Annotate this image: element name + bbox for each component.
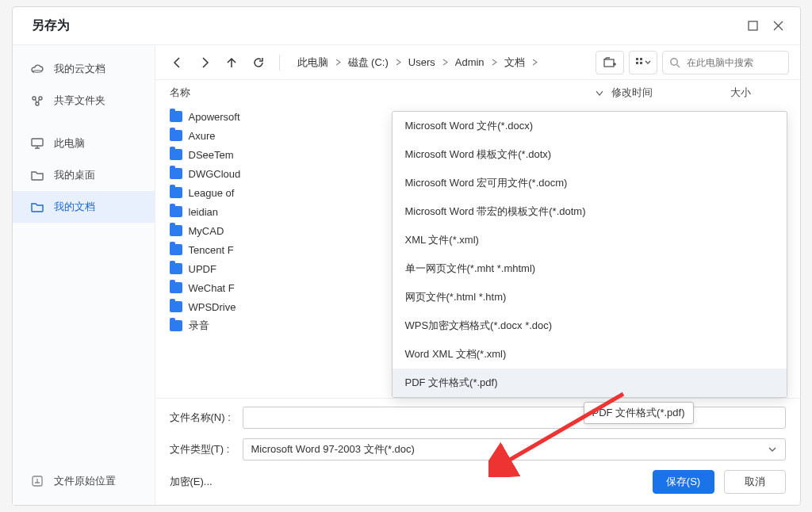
folder-icon [170,111,182,122]
breadcrumb-item[interactable]: Users [407,53,437,71]
svg-point-3 [39,97,42,100]
folder-icon [170,168,182,179]
svg-rect-5 [32,139,43,146]
cloud-icon [30,62,44,76]
sort-indicator-icon [596,89,611,97]
dialog-title: 另存为 [32,17,70,34]
svg-rect-7 [636,58,638,60]
svg-point-2 [33,97,36,100]
svg-rect-9 [640,58,642,60]
divider [279,55,280,71]
chevron-right-icon [489,59,500,66]
cancel-button[interactable]: 取消 [724,470,786,494]
filename-input[interactable] [243,407,786,429]
filetype-option[interactable]: Word XML 文档(*.xml) [393,340,787,369]
breadcrumb-item[interactable]: Admin [454,53,486,71]
search-box[interactable] [662,51,789,75]
folder-icon [170,149,182,160]
folder-icon [170,282,182,293]
chevron-right-icon [333,59,343,66]
chevron-right-icon [530,59,540,66]
back-button[interactable] [167,52,189,74]
svg-point-11 [670,58,676,64]
svg-rect-6 [604,59,614,67]
sidebar-item-3[interactable]: 我的桌面 [13,159,155,191]
folder-icon [170,206,182,217]
breadcrumb-item[interactable]: 文档 [503,52,527,73]
sidebar: 我的云文档共享文件夹此电脑我的桌面我的文档 [13,45,155,505]
encrypt-button[interactable]: 加密(E)... [170,475,213,489]
filetype-option[interactable]: Microsoft Word 模板文件(*.dotx) [393,140,787,169]
sidebar-item-label: 我的文档 [54,200,95,214]
new-folder-button[interactable] [596,51,624,75]
filename-label: 文件名称(N) : [170,411,233,425]
location-icon [30,474,44,488]
filetype-option[interactable]: Microsoft Word 文件(*.docx) [393,112,787,140]
window-buttons [746,19,786,33]
close-button[interactable] [772,19,786,33]
dialog-body: 我的云文档共享文件夹此电脑我的桌面我的文档 此电脑磁盘 (C:)UsersAdm… [13,45,800,505]
sidebar-item-label: 我的云文档 [54,62,105,76]
sidebar-footer-label: 文件原始位置 [54,474,116,488]
save-button[interactable]: 保存(S) [653,470,714,494]
breadcrumb-item[interactable]: 此电脑 [296,52,330,73]
view-mode-button[interactable] [629,51,657,75]
folder-icon [170,244,182,255]
svg-rect-10 [640,62,642,64]
filetype-option[interactable]: 单一网页文件(*.mht *.mhtml) [393,254,787,283]
sidebar-item-label: 此电脑 [54,136,85,151]
titlebar: 另存为 [13,7,800,45]
maximize-button[interactable] [746,19,760,33]
folder-icon [170,301,182,312]
folder-icon [30,168,44,182]
sidebar-item-4[interactable]: 我的文档 [13,191,155,223]
share-icon [30,94,44,108]
chevron-right-icon [393,59,404,66]
svg-point-4 [36,102,39,105]
folder-icon [170,130,182,141]
folder-icon [170,320,182,331]
svg-rect-0 [749,21,757,30]
folder-icon [170,263,182,274]
filetype-option[interactable]: PDF 文件格式(*.pdf) [393,369,787,397]
folder-icon [30,200,44,214]
bottom-panel: 文件名称(N) : 文件类型(T) : Microsoft Word 97-20… [155,398,800,505]
filetype-value: Microsoft Word 97-2003 文件(*.doc) [251,442,415,457]
refresh-button[interactable] [247,52,270,74]
column-headers: 名称 修改时间 大小 [155,80,800,105]
filetype-option[interactable]: XML 文件(*.xml) [393,226,787,254]
file-original-location[interactable]: 文件原始位置 [13,465,155,497]
col-date[interactable]: 修改时间 [611,86,730,100]
filetype-select[interactable]: Microsoft Word 97-2003 文件(*.doc) [243,438,786,460]
sidebar-item-0[interactable]: 我的云文档 [13,53,155,85]
sidebar-item-2[interactable]: 此电脑 [13,128,155,159]
tooltip: PDF 文件格式(*.pdf) [584,402,694,424]
filetype-dropdown[interactable]: Microsoft Word 文件(*.docx)Microsoft Word … [392,111,787,398]
main-panel: 此电脑磁盘 (C:)UsersAdmin文档 名称 [155,45,800,505]
filetype-option[interactable]: Microsoft Word 带宏的模板文件(*.dotm) [393,197,787,226]
up-button[interactable] [220,52,243,74]
chevron-right-icon [440,59,450,66]
filetype-label: 文件类型(T) : [170,442,233,457]
search-icon [669,57,680,68]
monitor-icon [30,136,44,151]
breadcrumb: 此电脑磁盘 (C:)UsersAdmin文档 [296,52,586,73]
filetype-option[interactable]: 网页文件(*.html *.htm) [393,283,787,311]
toolbar: 此电脑磁盘 (C:)UsersAdmin文档 [155,45,800,80]
breadcrumb-item[interactable]: 磁盘 (C:) [347,52,390,73]
col-size[interactable]: 大小 [730,86,786,100]
sidebar-item-1[interactable]: 共享文件夹 [13,85,155,117]
save-as-dialog: 另存为 我的云文档共享文件夹此电脑我的桌面我的文档 [12,6,801,506]
sidebar-item-label: 共享文件夹 [54,94,105,108]
filetype-option[interactable]: WPS加密文档格式(*.docx *.doc) [393,311,787,340]
forward-button[interactable] [193,52,216,74]
col-name[interactable]: 名称 [170,86,596,100]
svg-point-1 [33,71,42,72]
folder-icon [170,225,182,236]
search-input[interactable] [685,56,780,69]
chevron-down-icon [768,445,777,454]
svg-rect-8 [636,62,638,64]
sidebar-footer: 文件原始位置 [13,465,155,497]
filetype-option[interactable]: Microsoft Word 宏可用文件(*.docm) [393,169,787,197]
sidebar-item-label: 我的桌面 [54,168,95,182]
